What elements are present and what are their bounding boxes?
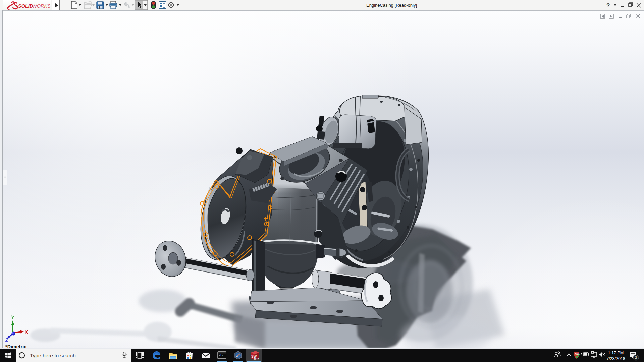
svg-text:Type here to search: Type here to search (30, 353, 76, 358)
svg-text:2017: 2017 (254, 358, 259, 360)
svg-text:C:\_: C:\_ (219, 354, 225, 356)
svg-text:1:17 PM: 1:17 PM (608, 351, 624, 355)
svg-text:7/23/2018: 7/23/2018 (606, 356, 625, 361)
svg-text:SOLID: SOLID (18, 3, 33, 9)
svg-text:WORKS: WORKS (32, 3, 51, 9)
svg-text:3: 3 (635, 356, 637, 360)
svg-text:?: ? (606, 2, 610, 9)
